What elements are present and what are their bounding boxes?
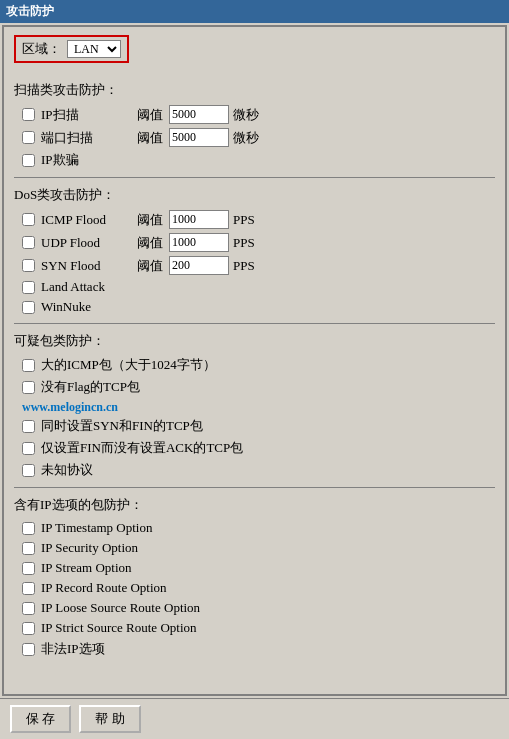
ip-scan-threshold-input[interactable] [169, 105, 229, 124]
udp-flood-checkbox[interactable] [22, 236, 35, 249]
content-area: 区域： LAN WAN 扫描类攻击防护： IP扫描 阈值 微秒 端口扫描 阈值 … [2, 25, 507, 696]
watermark-text: www.melogincn.cn [14, 400, 495, 415]
dos-section-title: DoS类攻击防护： [14, 186, 495, 204]
ip-scan-unit: 微秒 [233, 106, 259, 124]
large-icmp-row: 大的ICMP包（大于1024字节） [14, 356, 495, 374]
main-window: 攻击防护 区域： LAN WAN 扫描类攻击防护： IP扫描 阈值 微秒 端口扫… [0, 0, 509, 739]
unknown-proto-row: 未知协议 [14, 461, 495, 479]
illegal-ip-option-checkbox[interactable] [22, 643, 35, 656]
region-row: 区域： LAN WAN [14, 35, 129, 63]
ip-loose-source-checkbox[interactable] [22, 602, 35, 615]
udp-flood-threshold-label: 阈值 [137, 234, 163, 252]
port-scan-unit: 微秒 [233, 129, 259, 147]
scan-section-title: 扫描类攻击防护： [14, 81, 495, 99]
ip-security-label: IP Security Option [41, 540, 138, 556]
ip-scan-checkbox[interactable] [22, 108, 35, 121]
udp-flood-threshold-input[interactable] [169, 233, 229, 252]
illegal-ip-option-row: 非法IP选项 [14, 640, 495, 658]
window-title: 攻击防护 [6, 4, 54, 18]
unknown-proto-label: 未知协议 [41, 461, 93, 479]
ip-spoof-checkbox[interactable] [22, 154, 35, 167]
ip-scan-threshold-label: 阈值 [137, 106, 163, 124]
syn-flood-unit: PPS [233, 258, 255, 274]
region-select[interactable]: LAN WAN [67, 40, 121, 58]
ip-record-route-row: IP Record Route Option [14, 580, 495, 596]
icmp-flood-label: ICMP Flood [41, 212, 131, 228]
footer: 保 存 帮 助 [0, 698, 509, 739]
land-attack-label: Land Attack [41, 279, 105, 295]
divider-1 [14, 177, 495, 178]
ip-loose-source-row: IP Loose Source Route Option [14, 600, 495, 616]
region-label: 区域： [22, 40, 61, 58]
port-scan-threshold-label: 阈值 [137, 129, 163, 147]
udp-flood-label: UDP Flood [41, 235, 131, 251]
ip-scan-row: IP扫描 阈值 微秒 [14, 105, 495, 124]
ip-strict-source-row: IP Strict Source Route Option [14, 620, 495, 636]
syn-flood-label: SYN Flood [41, 258, 131, 274]
syn-flood-row: SYN Flood 阈值 PPS [14, 256, 495, 275]
winnuke-row: WinNuke [14, 299, 495, 315]
title-bar: 攻击防护 [0, 0, 509, 23]
icmp-flood-threshold-input[interactable] [169, 210, 229, 229]
port-scan-checkbox[interactable] [22, 131, 35, 144]
syn-fin-tcp-row: 同时设置SYN和FIN的TCP包 [14, 417, 495, 435]
port-scan-row: 端口扫描 阈值 微秒 [14, 128, 495, 147]
ip-strict-source-label: IP Strict Source Route Option [41, 620, 197, 636]
icmp-flood-threshold-label: 阈值 [137, 211, 163, 229]
ip-option-section-title: 含有IP选项的包防护： [14, 496, 495, 514]
divider-2 [14, 323, 495, 324]
syn-flood-checkbox[interactable] [22, 259, 35, 272]
syn-fin-tcp-label: 同时设置SYN和FIN的TCP包 [41, 417, 203, 435]
fin-ack-tcp-label: 仅设置FIN而没有设置ACK的TCP包 [41, 439, 243, 457]
fin-ack-tcp-row: 仅设置FIN而没有设置ACK的TCP包 [14, 439, 495, 457]
flag-tcp-row: 没有Flag的TCP包 [14, 378, 495, 396]
port-scan-threshold-input[interactable] [169, 128, 229, 147]
ip-spoof-row: IP欺骗 [14, 151, 495, 169]
ip-security-checkbox[interactable] [22, 542, 35, 555]
suspect-section-title: 可疑包类防护： [14, 332, 495, 350]
help-button[interactable]: 帮 助 [79, 705, 140, 733]
divider-3 [14, 487, 495, 488]
land-attack-checkbox[interactable] [22, 281, 35, 294]
large-icmp-label: 大的ICMP包（大于1024字节） [41, 356, 216, 374]
ip-timestamp-label: IP Timestamp Option [41, 520, 152, 536]
flag-tcp-checkbox[interactable] [22, 381, 35, 394]
land-attack-row: Land Attack [14, 279, 495, 295]
ip-security-row: IP Security Option [14, 540, 495, 556]
udp-flood-row: UDP Flood 阈值 PPS [14, 233, 495, 252]
save-button[interactable]: 保 存 [10, 705, 71, 733]
watermark-area: 没有Flag的TCP包 www.melogincn.cn [14, 378, 495, 415]
syn-flood-threshold-label: 阈值 [137, 257, 163, 275]
ip-scan-label: IP扫描 [41, 106, 131, 124]
icmp-flood-unit: PPS [233, 212, 255, 228]
ip-loose-source-label: IP Loose Source Route Option [41, 600, 200, 616]
unknown-proto-checkbox[interactable] [22, 464, 35, 477]
ip-record-route-label: IP Record Route Option [41, 580, 167, 596]
ip-stream-label: IP Stream Option [41, 560, 132, 576]
syn-flood-threshold-input[interactable] [169, 256, 229, 275]
syn-fin-tcp-checkbox[interactable] [22, 420, 35, 433]
ip-timestamp-row: IP Timestamp Option [14, 520, 495, 536]
ip-timestamp-checkbox[interactable] [22, 522, 35, 535]
flag-tcp-label: 没有Flag的TCP包 [41, 378, 140, 396]
icmp-flood-row: ICMP Flood 阈值 PPS [14, 210, 495, 229]
port-scan-label: 端口扫描 [41, 129, 131, 147]
icmp-flood-checkbox[interactable] [22, 213, 35, 226]
ip-record-route-checkbox[interactable] [22, 582, 35, 595]
udp-flood-unit: PPS [233, 235, 255, 251]
fin-ack-tcp-checkbox[interactable] [22, 442, 35, 455]
large-icmp-checkbox[interactable] [22, 359, 35, 372]
ip-stream-row: IP Stream Option [14, 560, 495, 576]
illegal-ip-option-label: 非法IP选项 [41, 640, 105, 658]
winnuke-label: WinNuke [41, 299, 91, 315]
ip-strict-source-checkbox[interactable] [22, 622, 35, 635]
winnuke-checkbox[interactable] [22, 301, 35, 314]
ip-spoof-label: IP欺骗 [41, 151, 79, 169]
ip-stream-checkbox[interactable] [22, 562, 35, 575]
